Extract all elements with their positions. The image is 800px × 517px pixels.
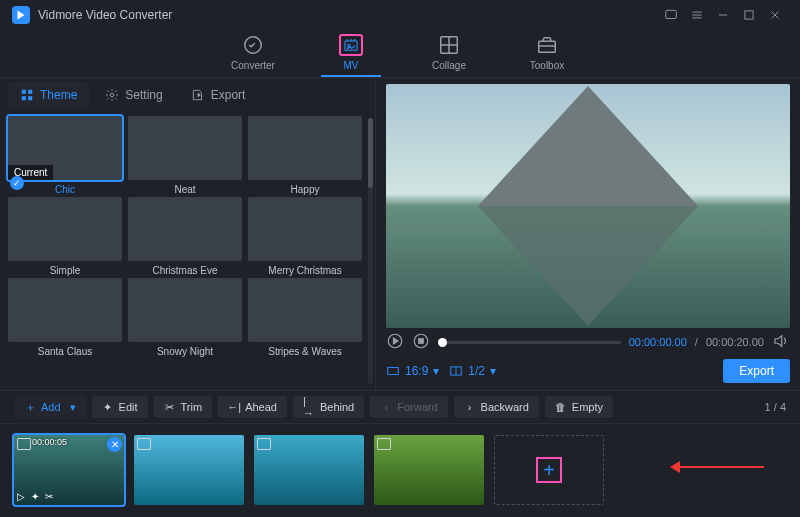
maximize-icon[interactable] — [736, 5, 762, 25]
theme-stripes-waves[interactable]: Stripes & Waves — [248, 278, 362, 357]
svg-rect-4 — [345, 41, 357, 50]
theme-simple[interactable]: Simple — [8, 197, 122, 276]
edit-button[interactable]: ✦Edit — [92, 396, 148, 418]
add-clip-slot[interactable]: + — [494, 435, 604, 505]
trim-button[interactable]: ✂Trim — [154, 396, 213, 418]
nav-label: Converter — [231, 60, 275, 71]
video-icon — [17, 438, 31, 450]
check-icon: ✓ — [10, 176, 24, 190]
seek-track[interactable] — [438, 341, 621, 344]
theme-grid: Current✓ Chic Neat Happy Simple Christma… — [0, 112, 375, 390]
svg-marker-0 — [18, 11, 25, 20]
svg-rect-17 — [388, 368, 399, 375]
feedback-icon[interactable] — [658, 5, 684, 25]
tab-label: Export — [211, 88, 246, 102]
toolbar: ＋Add▾ ✦Edit ✂Trim ←|Ahead |→Behind ‹Forw… — [0, 390, 800, 424]
trash-icon: 🗑 — [555, 401, 567, 413]
svg-rect-9 — [28, 90, 32, 94]
nav-toolbox[interactable]: Toolbox — [517, 34, 577, 77]
backward-button[interactable]: ›Backward — [454, 396, 539, 418]
theme-label: Neat — [128, 184, 242, 195]
clip-4[interactable] — [374, 435, 484, 505]
nav-mv[interactable]: MV — [321, 34, 381, 77]
tab-theme[interactable]: Theme — [8, 82, 89, 108]
play-icon[interactable]: ▷ — [17, 491, 25, 502]
mv-icon — [339, 34, 363, 56]
app-logo — [12, 6, 30, 24]
nav-collage[interactable]: Collage — [419, 34, 479, 77]
theme-snowy-night[interactable]: Snowy Night — [128, 278, 242, 357]
tab-export[interactable]: Export — [179, 82, 258, 108]
toolbox-icon — [535, 34, 559, 56]
scissors-icon[interactable]: ✂ — [45, 491, 53, 502]
stop-icon[interactable] — [412, 332, 430, 352]
preview-viewport — [386, 84, 790, 328]
remove-clip-icon[interactable]: ✕ — [107, 437, 122, 452]
theme-label: Stripes & Waves — [248, 346, 362, 357]
clip-2[interactable] — [134, 435, 244, 505]
clip-1[interactable]: 00:00:05 ✕ ▷ ✦ ✂ — [14, 435, 124, 505]
theme-santa-claus[interactable]: Santa Claus — [8, 278, 122, 357]
svg-rect-8 — [22, 90, 26, 94]
clip-3[interactable] — [254, 435, 364, 505]
behind-button[interactable]: |→Behind — [293, 396, 364, 418]
nav-label: MV — [344, 60, 359, 71]
timeline: 00:00:05 ✕ ▷ ✦ ✂ + — [0, 424, 800, 516]
chevron-left-icon: ‹ — [380, 401, 392, 413]
svg-rect-11 — [28, 96, 32, 100]
tab-setting[interactable]: Setting — [93, 82, 174, 108]
time-current: 00:00:00.00 — [629, 336, 687, 348]
chevron-down-icon: ▾ — [70, 401, 76, 414]
theme-chic[interactable]: Current✓ Chic — [8, 116, 122, 195]
aspect-value: 16:9 — [405, 364, 428, 378]
theme-label: Christmas Eve — [128, 265, 242, 276]
btn-label: Ahead — [245, 401, 277, 413]
nav-label: Toolbox — [530, 60, 564, 71]
scissors-icon: ✂ — [164, 401, 176, 413]
export-button[interactable]: Export — [723, 359, 790, 383]
svg-point-12 — [111, 93, 115, 97]
theme-christmas-eve[interactable]: Christmas Eve — [128, 197, 242, 276]
time-total: 00:00:20.00 — [706, 336, 764, 348]
play-icon[interactable] — [386, 332, 404, 352]
theme-label: Happy — [248, 184, 362, 195]
svg-rect-7 — [539, 41, 556, 52]
theme-scrollbar[interactable] — [368, 118, 373, 384]
main-nav: Converter MV Collage Toolbox — [0, 30, 800, 78]
theme-label: Santa Claus — [8, 346, 122, 357]
theme-icon — [20, 88, 34, 102]
wand-icon[interactable]: ✦ — [31, 491, 39, 502]
nav-converter[interactable]: Converter — [223, 34, 283, 77]
behind-icon: |→ — [303, 401, 315, 413]
left-panel: Theme Setting Export Current✓ Chic Neat … — [0, 78, 376, 390]
preview-panel: 00:00:00.00/00:00:20.00 16:9 ▾ 1/2 ▾ Exp… — [376, 78, 800, 390]
clip-controls: ▷ ✦ ✂ — [17, 491, 53, 502]
theme-neat[interactable]: Neat — [128, 116, 242, 195]
forward-button[interactable]: ‹Forward — [370, 396, 447, 418]
chevron-down-icon: ▾ — [433, 364, 439, 378]
menu-icon[interactable] — [684, 5, 710, 25]
volume-icon[interactable] — [772, 332, 790, 352]
converter-icon — [241, 34, 265, 56]
add-button[interactable]: ＋Add▾ — [14, 396, 86, 419]
video-icon — [377, 438, 391, 450]
export-label: Export — [739, 364, 774, 378]
empty-button[interactable]: 🗑Empty — [545, 396, 613, 418]
theme-merry-christmas[interactable]: Merry Christmas — [248, 197, 362, 276]
split-select[interactable]: 1/2 ▾ — [449, 364, 496, 378]
collage-icon — [437, 34, 461, 56]
app-title: Vidmore Video Converter — [38, 8, 172, 22]
close-icon[interactable] — [762, 5, 788, 25]
theme-label: Merry Christmas — [248, 265, 362, 276]
btn-label: Add — [41, 401, 61, 413]
theme-label: Simple — [8, 265, 122, 276]
export-icon — [191, 88, 205, 102]
control-row: 16:9 ▾ 1/2 ▾ Export — [386, 356, 790, 386]
minimize-icon[interactable] — [710, 5, 736, 25]
aspect-select[interactable]: 16:9 ▾ — [386, 364, 439, 378]
theme-happy[interactable]: Happy — [248, 116, 362, 195]
annotation-arrow — [680, 466, 764, 468]
plus-icon: + — [536, 457, 562, 483]
ahead-button[interactable]: ←|Ahead — [218, 396, 287, 418]
svg-rect-10 — [22, 96, 26, 100]
